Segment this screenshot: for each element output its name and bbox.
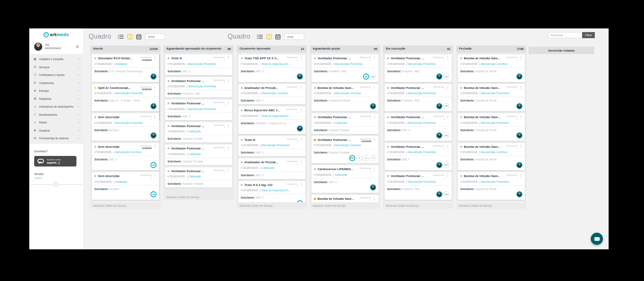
service-type-link[interactable]: Manutenção Preventiva xyxy=(188,63,216,65)
os-card[interactable]: Simulador ECG Dixtal...Agendamento11/9/2… xyxy=(92,54,159,82)
service-type-link[interactable]: Calibração xyxy=(188,153,201,156)
service-type-link[interactable]: Instalação xyxy=(115,63,127,65)
add-service-order-button[interactable]: Adicionar Ordem de Serviço xyxy=(163,194,234,200)
calendar-view-icon[interactable] xyxy=(136,34,142,39)
add-service-order-button[interactable]: Adicionar Ordem de Serviço xyxy=(456,202,527,209)
avatar[interactable]: FO xyxy=(443,132,449,138)
os-card[interactable]: Analisador de Pressã...Agendamento-⋮nº20… xyxy=(238,84,305,105)
os-card[interactable]: Bomba de Infusão Sam...Agendamento-⋮nº20… xyxy=(311,195,379,203)
os-card[interactable]: Bomba de Infusão Sam...Agendamento-⋮nº20… xyxy=(458,113,525,141)
service-type-link[interactable]: Manutenção Corretiva xyxy=(261,92,287,95)
service-type-link[interactable]: Manutenção Preventiva xyxy=(408,63,435,65)
os-card[interactable]: Ventilador Pulmonar ...Agendamento-⋮nº20… xyxy=(165,77,232,98)
kebab-menu-icon[interactable]: ⋮ xyxy=(300,138,303,141)
service-type-link[interactable]: Manutenção Preventiva xyxy=(408,180,435,183)
kebab-menu-icon[interactable]: ⋮ xyxy=(226,56,230,60)
kebab-menu-icon[interactable]: ⋮ xyxy=(300,160,303,164)
service-type-link[interactable]: Manutenção Preventiva xyxy=(481,180,509,183)
avatar[interactable]: A xyxy=(370,155,376,161)
sidebar-item-relatorios[interactable]: ▤Relatórios› xyxy=(29,95,83,103)
kebab-menu-icon[interactable]: ⋮ xyxy=(153,115,157,119)
service-type-link[interactable]: Calibração xyxy=(188,175,201,178)
kebab-menu-icon[interactable]: ⋮ xyxy=(373,197,376,200)
service-type-link[interactable]: Manutenção Preventiva xyxy=(115,92,143,95)
os-card[interactable]: Bomba de Infusão Sam...Agendamento-⋮nº20… xyxy=(458,143,525,171)
avatar[interactable] xyxy=(370,103,376,109)
avatar[interactable]: FO xyxy=(443,162,449,168)
avatar[interactable] xyxy=(436,191,442,197)
kebab-menu-icon[interactable]: ⋮ xyxy=(373,115,376,119)
os-card[interactable]: Bomba de Infusão Sam...Agendamento-⋮nº20… xyxy=(311,84,379,112)
user-avatar[interactable] xyxy=(34,43,42,51)
avatar[interactable] xyxy=(516,191,522,197)
os-card[interactable]: Cardioversor LIFEMED...Agendamento-⋮nº20… xyxy=(311,165,379,193)
search-input[interactable] xyxy=(548,32,582,38)
kebab-menu-icon[interactable]: ⋮ xyxy=(373,86,376,89)
os-card[interactable]: Analisador de Pressã...Agendamento-⋮nº20… xyxy=(238,158,305,179)
service-type-link[interactable]: Manutenção Preventiva xyxy=(481,92,509,95)
kanban-view-icon[interactable] xyxy=(266,34,272,39)
kebab-menu-icon[interactable]: ⋮ xyxy=(373,56,376,60)
kebab-menu-icon[interactable]: ⋮ xyxy=(519,174,522,177)
kanban-view-icon[interactable] xyxy=(127,34,133,39)
sidebar-collapse-handle[interactable]: ‹ xyxy=(53,182,58,187)
os-card[interactable]: Bomba de Infusão Sam...Agendamento-⋮nº20… xyxy=(458,172,525,200)
kebab-menu-icon[interactable]: ⋮ xyxy=(373,138,376,141)
kebab-menu-icon[interactable]: ⋮ xyxy=(519,56,522,60)
avatar[interactable] xyxy=(150,73,157,80)
board-selector[interactable]: Geral xyxy=(145,33,165,40)
sidebar-item-servicos[interactable]: ⚙Serviços› xyxy=(29,63,83,71)
service-type-link[interactable]: Manutenção Corretiva xyxy=(481,151,507,153)
service-type-link[interactable]: Teste de Segurança El... xyxy=(261,189,290,192)
sidebar-item-cadastro-e-consulta[interactable]: ▦Cadastro e consulta› xyxy=(29,55,83,63)
kebab-menu-icon[interactable]: ⋮ xyxy=(300,56,303,60)
kebab-menu-icon[interactable]: ⋮ xyxy=(519,115,522,119)
os-card[interactable]: Berço Aquecido ABC 1...Agendamento-⋮nº20… xyxy=(238,106,305,134)
sidebar-item-certificados-e-laudos[interactable]: ❐Certificados e laudos› xyxy=(29,71,83,79)
avatar[interactable] xyxy=(297,125,303,132)
service-type-link[interactable]: Manutenção Preventiva xyxy=(408,121,435,124)
service-type-link[interactable]: Manutenção Preventiva xyxy=(408,151,435,153)
service-type-link[interactable]: Calibração xyxy=(335,121,347,124)
kebab-menu-icon[interactable]: ⋮ xyxy=(153,86,157,89)
os-card[interactable]: Sem descriçãoAgendamento-⋮nº2018000005..… xyxy=(92,113,159,141)
service-type-link[interactable]: Manutenção Preventiva xyxy=(261,144,289,147)
avatar[interactable]: FO xyxy=(443,191,449,197)
os-card[interactable]: Teste NAgendamento-⋮nº2018000005.. | Man… xyxy=(238,136,305,157)
os-card[interactable]: Ventilador Pulmonar ...Agendamento-⋮nº20… xyxy=(165,167,232,188)
filter-button[interactable]: Filtrar xyxy=(582,32,595,38)
avatar[interactable]: FO xyxy=(443,103,449,109)
board-selector-2[interactable]: Geral xyxy=(284,33,304,40)
kebab-menu-icon[interactable]: ⋮ xyxy=(519,145,522,148)
avatar[interactable] xyxy=(516,73,522,80)
kebab-menu-icon[interactable]: ⋮ xyxy=(300,183,303,186)
avatar[interactable]: JS xyxy=(150,191,157,197)
os-card[interactable]: Sem descriçãoAgendamento11/9/2020⋮nº2018… xyxy=(92,143,159,171)
service-type-link[interactable]: Manutenção Preventiva xyxy=(188,108,216,110)
sidebar-item-orcamentos[interactable]: ⊞Orçamentos› xyxy=(29,79,83,87)
add-service-order-button[interactable]: Adicionar Ordem de Serviço xyxy=(237,202,307,209)
add-service-order-button[interactable]: Adicionar Ordem de Serviço xyxy=(90,202,161,209)
avatar[interactable] xyxy=(436,162,442,168)
avatar[interactable] xyxy=(516,162,522,168)
avatar[interactable]: A xyxy=(356,155,362,161)
settings-gear-icon[interactable]: ⚙ xyxy=(76,45,79,49)
kebab-menu-icon[interactable]: ⋮ xyxy=(226,169,230,173)
service-type-link[interactable]: Manutenção Corretiva xyxy=(335,92,361,95)
avatar[interactable] xyxy=(516,103,522,109)
sidebar-item-usuarios[interactable]: ♟Usuários› xyxy=(29,127,83,135)
os-card[interactable]: Ventilador Pulmonar ...Agendamento-⋮nº20… xyxy=(311,113,379,134)
support-button[interactable]: Acesse nosso suporte. :) xyxy=(34,156,76,166)
kebab-menu-icon[interactable]: ⋮ xyxy=(446,56,449,60)
list-view-icon[interactable] xyxy=(257,34,263,39)
sidebar-item-indicadores-de-desempenho[interactable]: ↗Indicadores de desempenho› xyxy=(29,103,83,111)
sidebar-item-ferramentas-de-sistema[interactable]: ⚒Ferramentas de sistema› xyxy=(29,134,83,143)
kebab-menu-icon[interactable]: ⋮ xyxy=(300,108,303,112)
kebab-menu-icon[interactable]: ⋮ xyxy=(153,174,157,177)
service-type-link[interactable]: Manutenção Corretiva xyxy=(481,63,507,65)
os-card[interactable]: Ventilador Pulmonar ...Agendamento-⋮nº20… xyxy=(165,122,232,143)
os-card[interactable]: Ventilador Pulmonar ...Agendamento-⋮nº20… xyxy=(311,54,379,82)
avatar[interactable] xyxy=(436,73,442,80)
service-type-link[interactable]: Calibração xyxy=(335,173,347,176)
calendar-view-icon[interactable] xyxy=(275,34,281,39)
